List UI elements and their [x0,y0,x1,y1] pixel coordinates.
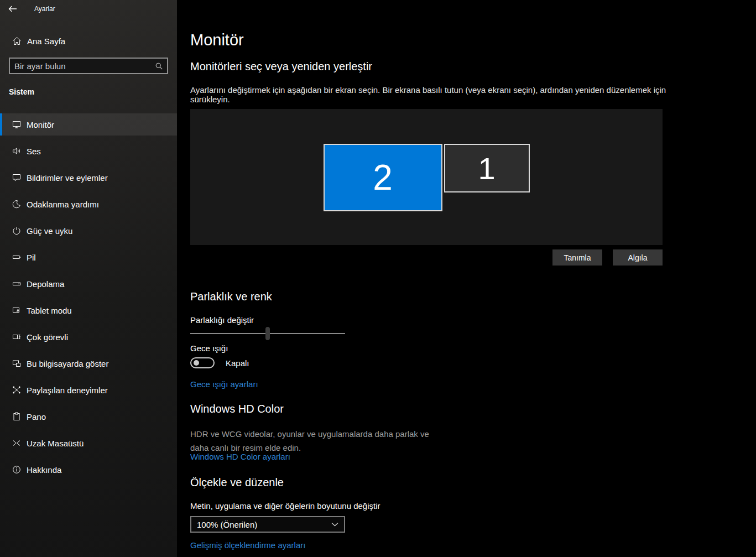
moon-icon [12,200,21,209]
hd-color-description: HDR ve WCG videolar, oyunlar ve uygulama… [190,427,438,455]
search-box [9,58,168,74]
search-icon[interactable] [150,62,167,70]
sidebar-item-pano[interactable]: Pano [0,405,177,428]
advanced-scaling-link[interactable]: Gelişmiş ölçeklendirme ayarları [190,540,305,550]
sidebar-section-label: Sistem [9,87,34,96]
sidebar-item-label: Ses [27,147,41,156]
brightness-slider[interactable] [190,327,345,340]
storage-drive-icon [12,279,21,288]
settings-sidebar: Ayarlar Ana Sayfa Sistem MonitörSesBildi… [0,0,177,557]
sidebar-item-payla-lan-deneyimler[interactable]: Paylaşılan deneyimler [0,379,177,401]
sidebar-item-label: Bu bilgisayarda göster [27,359,108,368]
scale-dropdown-value: 100% (Önerilen) [197,520,257,529]
sidebar-item-bildirimler-ve-eylemler[interactable]: Bildirimler ve eylemler [0,166,177,189]
page-title: Monitör [190,31,244,49]
sidebar-item-pil[interactable]: Pil [0,246,177,268]
detect-button[interactable]: Algıla [613,249,663,266]
sidebar-item-label: Tablet modu [27,306,72,315]
sidebar-item-uzak-masa-st[interactable]: Uzak Masaüstü [0,432,177,454]
toggle-knob-icon [194,360,199,366]
sidebar-home-label: Ana Sayfa [27,37,65,46]
brightness-heading: Parlaklık ve renk [190,290,272,303]
sidebar-item-label: Paylaşılan deneyimler [27,386,108,395]
sidebar-item-label: Monitör [27,120,54,129]
sidebar-item-g-ve-uyku[interactable]: Güç ve uyku [0,220,177,242]
sidebar-item-ok-g-revli[interactable]: Çok görevli [0,326,177,348]
hd-color-settings-link[interactable]: Windows HD Color ayarları [190,452,290,461]
sidebar-item-ses[interactable]: Ses [0,140,177,162]
sidebar-item-bu-bilgisayarda-g-ster[interactable]: Bu bilgisayarda göster [0,352,177,374]
sidebar-item-label: Depolama [27,279,64,289]
sidebar-item-monit-r[interactable]: Monitör [0,113,177,136]
monitor-buttons-row: Tanımla Algıla [190,249,663,266]
monitor-thumbnail-1[interactable]: 1 [444,144,530,192]
night-light-toggle[interactable] [190,357,215,368]
speaker-icon [12,147,21,155]
multitask-icon [12,332,21,341]
sidebar-item-label: Çok görevli [27,332,68,342]
display-settings-page: Monitör Monitörleri seç veya yeniden yer… [190,0,756,557]
sidebar-item-label: Uzak Masaüstü [27,439,84,448]
shared-experiences-icon [12,386,21,394]
night-light-settings-link[interactable]: Gece ışığı ayarları [190,379,258,389]
identify-button[interactable]: Tanımla [552,249,602,266]
rearrange-description: Ayarlarını değiştirmek için aşağıdan bir… [190,85,671,104]
project-screen-icon [12,359,21,368]
sidebar-item-label: Hakkında [27,465,61,475]
battery-icon [12,253,21,262]
app-title: Ayarlar [34,5,55,13]
remote-desktop-icon [12,439,21,447]
sidebar-item-label: Bildirimler ve eylemler [27,173,108,183]
sidebar-item-label: Odaklanma yardımı [27,200,99,209]
back-arrow-icon [8,6,17,12]
night-light-toggle-row: Kapalı [190,357,249,368]
search-input[interactable] [10,61,150,71]
night-light-label: Gece ışığı [190,343,228,353]
monitor-thumbnail-2[interactable]: 2 [324,144,442,211]
monitor-icon [12,120,21,129]
scale-heading: Ölçekle ve düzenle [190,476,284,489]
titlebar: Ayarlar [0,0,177,18]
sidebar-item-label: Güç ve uyku [27,226,72,236]
sidebar-nav: MonitörSesBildirimler ve eylemlerOdaklan… [0,113,177,485]
tablet-icon [12,306,21,315]
scale-dropdown-label: Metin, uygulama ve diğer öğelerin boyutu… [190,501,380,511]
back-button[interactable] [0,0,25,18]
sidebar-item-label: Pil [27,253,36,262]
power-icon [12,226,21,235]
rearrange-heading: Monitörleri seç veya yeniden yerleştir [190,60,372,73]
sidebar-item-home[interactable]: Ana Sayfa [0,31,177,51]
brightness-slider-label: Parlaklığı değiştir [190,315,254,325]
info-icon [12,465,21,474]
monitor-arrangement-canvas[interactable]: 21 [190,109,663,245]
home-icon [12,37,22,45]
night-light-state: Kapalı [226,358,249,368]
slider-thumb[interactable] [265,327,270,340]
clipboard-icon [12,412,21,421]
hd-color-heading: Windows HD Color [190,403,284,415]
sidebar-item-label: Pano [27,412,46,421]
chevron-down-icon [331,522,338,527]
scale-dropdown[interactable]: 100% (Önerilen) [190,516,345,533]
sidebar-item-odaklanma-yard-m[interactable]: Odaklanma yardımı [0,193,177,215]
sidebar-item-depolama[interactable]: Depolama [0,273,177,295]
sidebar-item-tablet-modu[interactable]: Tablet modu [0,299,177,321]
chat-bubble-icon [12,173,21,182]
sidebar-item-hakk-nda[interactable]: Hakkında [0,459,177,481]
